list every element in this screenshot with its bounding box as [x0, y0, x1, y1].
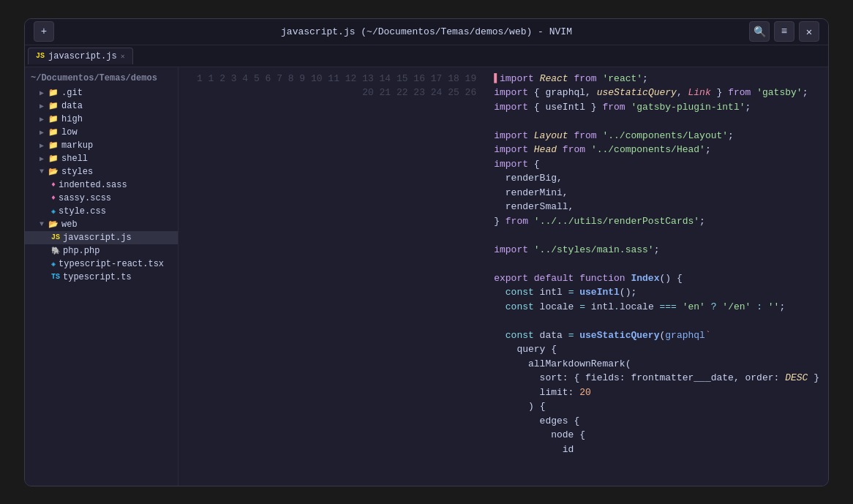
code-editor[interactable]: ▌import React from 'react'; import { gra… — [485, 67, 828, 486]
sidebar-item-label: styles — [61, 167, 93, 177]
sidebar-item-javascript-js[interactable]: JS javascript.js — [25, 231, 178, 244]
sidebar-item-web[interactable]: ▼ 📂 web — [25, 218, 178, 231]
sidebar-item-styles[interactable]: ▼ 📂 styles — [25, 165, 178, 178]
scss-file-icon: ♦ — [51, 194, 56, 202]
tab-close-button[interactable]: ✕ — [121, 52, 125, 61]
sidebar-item-label: high — [61, 114, 83, 124]
editor-area: 1 1 2 3 4 5 6 7 8 9 10 11 12 13 14 15 16… — [179, 67, 828, 486]
sass-file-icon: ♦ — [51, 181, 56, 189]
sidebar-item-typescript-ts[interactable]: TS typescript.ts — [25, 271, 178, 284]
titlebar: + javascript.js (~/Documentos/Temas/demo… — [25, 19, 828, 45]
arrow-icon: ▶ — [40, 115, 44, 124]
folder-icon: 📁 — [48, 114, 59, 124]
sidebar-item-markup[interactable]: ▶ 📁 markup — [25, 139, 178, 152]
ts-file-icon: TS — [51, 273, 60, 281]
arrow-icon: ▶ — [40, 154, 44, 163]
sidebar-item-label: web — [61, 219, 78, 230]
sidebar-item-label: javascript.js — [63, 233, 132, 243]
folder-icon: 📁 — [48, 88, 59, 97]
js-file-icon: JS — [36, 52, 45, 60]
titlebar-right: 🔍 ≡ ✕ — [749, 21, 819, 42]
sidebar-item-low[interactable]: ▶ 📁 low — [25, 126, 178, 139]
folder-icon: 📁 — [48, 140, 59, 150]
css-file-icon: ◈ — [51, 207, 56, 216]
sidebar-item-label: markup — [61, 140, 93, 151]
arrow-icon: ▼ — [40, 168, 44, 176]
sidebar-item-style-css[interactable]: ◈ style.css — [25, 205, 178, 218]
tab-javascript-js[interactable]: JS javascript.js ✕ — [28, 48, 133, 64]
folder-icon: 📁 — [48, 127, 59, 137]
sidebar-item-label: data — [61, 101, 83, 111]
search-button[interactable]: 🔍 — [749, 21, 770, 42]
sidebar-item-php-php[interactable]: 🐘 php.php — [25, 244, 178, 257]
arrow-icon: ▶ — [40, 141, 44, 150]
content-area: ~/Documentos/Temas/demos ▶ 📁 .git ▶ 📁 da… — [25, 67, 828, 486]
sidebar-item-label: style.css — [59, 206, 106, 217]
folder-open-icon: 📂 — [48, 219, 59, 229]
tab-label: javascript.js — [48, 51, 117, 61]
sidebar-item-shell[interactable]: ▶ 📁 shell — [25, 152, 178, 165]
menu-button[interactable]: ≡ — [774, 21, 794, 42]
titlebar-left: + — [34, 21, 54, 42]
window: + javascript.js (~/Documentos/Temas/demo… — [24, 18, 829, 486]
tsx-file-icon: ◈ — [51, 260, 56, 268]
sidebar-item-typescript-react-tsx[interactable]: ◈ typescript-react.tsx — [25, 257, 178, 271]
sidebar-item-indented-sass[interactable]: ♦ indented.sass — [25, 178, 178, 192]
sidebar-item-label: sassy.scss — [59, 193, 111, 203]
arrow-icon: ▶ — [40, 128, 44, 137]
folder-icon: 📁 — [48, 101, 59, 110]
js-file-icon: JS — [51, 233, 60, 241]
tab-bar: JS javascript.js ✕ — [25, 45, 828, 67]
sidebar-item-high[interactable]: ▶ 📁 high — [25, 113, 178, 126]
sidebar-item-data[interactable]: ▶ 📁 data — [25, 99, 178, 113]
sidebar-root: ~/Documentos/Temas/demos — [25, 70, 178, 86]
sidebar-item-label: typescript.ts — [63, 272, 132, 282]
new-tab-button[interactable]: + — [34, 21, 54, 42]
sidebar-item-label: indented.sass — [59, 180, 127, 190]
window-title: javascript.js (~/Documentos/Temas/demos/… — [281, 26, 572, 37]
code-container[interactable]: 1 1 2 3 4 5 6 7 8 9 10 11 12 13 14 15 16… — [179, 67, 828, 486]
arrow-icon: ▼ — [40, 220, 44, 228]
php-file-icon: 🐘 — [51, 247, 60, 255]
sidebar-item-label: typescript-react.tsx — [59, 259, 164, 269]
arrow-icon: ▶ — [40, 102, 44, 110]
sidebar-item-label: .git — [61, 88, 83, 98]
arrow-icon: ▶ — [40, 89, 44, 97]
sidebar-item-label: php.php — [63, 246, 99, 256]
sidebar-item-sassy-scss[interactable]: ♦ sassy.scss — [25, 192, 178, 205]
line-numbers: 1 1 2 3 4 5 6 7 8 9 10 11 12 13 14 15 16… — [179, 67, 485, 486]
folder-icon: 📁 — [48, 154, 59, 163]
sidebar: ~/Documentos/Temas/demos ▶ 📁 .git ▶ 📁 da… — [25, 67, 179, 486]
close-button[interactable]: ✕ — [799, 21, 819, 42]
sidebar-item-git[interactable]: ▶ 📁 .git — [25, 86, 178, 99]
folder-open-icon: 📂 — [48, 167, 59, 176]
sidebar-item-label: shell — [61, 154, 88, 164]
sidebar-item-label: low — [61, 127, 78, 138]
